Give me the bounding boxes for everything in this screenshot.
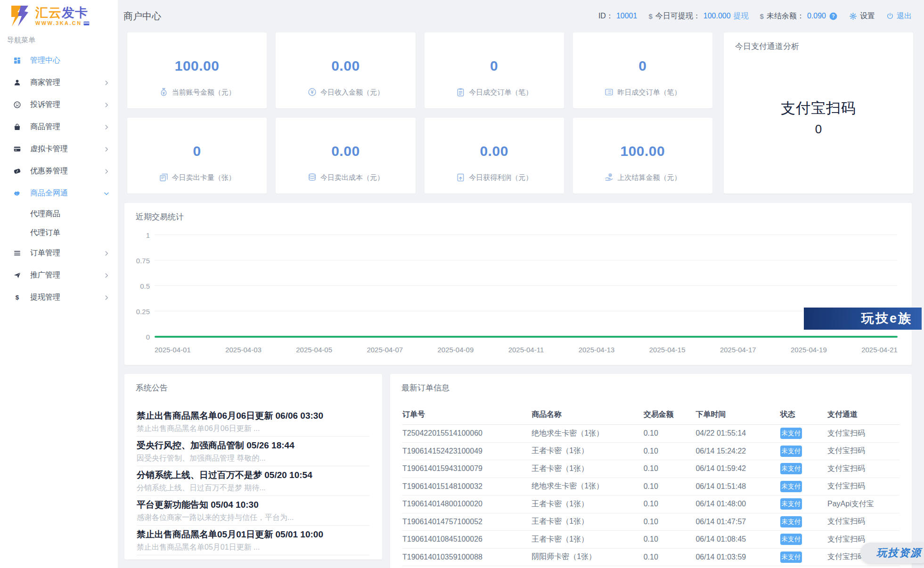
y-axis-label: 1 xyxy=(127,231,150,239)
stat-value: 0 xyxy=(573,59,712,73)
sidebar-item-2[interactable]: 投诉管理 xyxy=(0,94,118,116)
announcement-item-0[interactable]: 禁止出售商品黑名单06月06日更新 06/06 03:30禁止出售商品黑名单06… xyxy=(137,410,370,437)
announcement-excerpt: 感谢各位商家一路以来的支持与信任，平台为... xyxy=(137,512,370,523)
announcement-excerpt: 禁止出售商品黑名单06月06日更新 ... xyxy=(137,423,370,434)
header-right: ID：10001 $ 今日可提现： 100.000 提现 $ 未结余额： 0.0… xyxy=(598,11,912,21)
card-glyph-icon xyxy=(83,21,90,26)
logout-button[interactable]: 退出 xyxy=(886,11,912,21)
chevron-right-icon xyxy=(103,124,110,130)
announcement-item-3[interactable]: 平台更新功能告知 05/04 10:30感谢各位商家一路以来的支持与信任，平台为… xyxy=(137,499,370,526)
top-header: 商户中心 ID：10001 $ 今日可提现： 100.000 提现 $ 未结余额… xyxy=(118,0,924,32)
sidebar-item-label: 商品管理 xyxy=(30,122,60,132)
coupon-icon xyxy=(13,167,21,175)
sidebar-item-label: 商品全网通 xyxy=(30,188,68,198)
sidebar-item-0[interactable]: 管理中心 xyxy=(0,49,118,72)
stat-label: 上次结算金额（元） xyxy=(573,172,712,182)
table-row: T190614015943100079王者卡密（1张）0.1006/14 01:… xyxy=(402,460,899,478)
table-row: T190614010359100088阴阳师卡密（1张）0.1006/14 01… xyxy=(402,549,899,567)
sidebar-item-1[interactable]: 商家管理 xyxy=(0,72,118,94)
sidebar-submenu: 代理商品代理订单 xyxy=(0,204,118,242)
settings-button[interactable]: 设置 xyxy=(849,11,875,21)
sidebar-item-7[interactable]: 订单管理 xyxy=(0,242,118,264)
panel-title: 近期交易统计 xyxy=(124,203,912,222)
cell-amount: 0.10 xyxy=(644,429,696,438)
chevron-right-icon xyxy=(103,102,110,108)
cell-product: 王者卡密（1张） xyxy=(532,446,643,456)
announcement-item-1[interactable]: 受央行风控、加强商品管制 05/26 18:44因受央行管制、加强商品管理 尊敬… xyxy=(137,439,370,466)
announcement-item-4[interactable]: 禁止出售商品黑名单05月01日更新 05/01 10:00禁止出售商品黑名单05… xyxy=(137,528,370,555)
y-axis-label: 0 xyxy=(127,333,150,341)
stat-label: 今日卖出卡量（张） xyxy=(127,172,267,182)
withdraw-icon: $ xyxy=(13,293,21,301)
cell-order-no: T190614010845100026 xyxy=(402,535,532,544)
cell-time: 06/14 15:24:22 xyxy=(695,447,780,455)
sidebar-item-label: 商家管理 xyxy=(30,78,60,88)
cell-status: 未支付 xyxy=(780,552,827,563)
dollar-icon: $ xyxy=(760,12,764,20)
channel-chart: 支付宝扫码 0 xyxy=(724,98,913,137)
cell-status: 未支付 xyxy=(780,534,827,545)
gridline xyxy=(155,311,898,311)
money-bag-icon xyxy=(159,87,169,97)
cell-product: 王者卡密（1张） xyxy=(532,535,643,544)
brand-website: WWW.3KA.CN xyxy=(35,20,90,26)
gridline xyxy=(155,260,898,260)
sidebar-item-5[interactable]: 优惠券管理 xyxy=(0,160,118,182)
y-axis-label: 0.25 xyxy=(127,308,150,316)
settlement-icon xyxy=(604,172,614,182)
sidebar-subitem[interactable]: 代理订单 xyxy=(0,223,118,242)
withdrawable-label: 今日可提现： xyxy=(655,11,701,21)
svg-text:$: $ xyxy=(16,294,19,301)
chart-plot-area: 00.250.50.751 xyxy=(155,235,898,337)
stat-card-0: 100.00当前账号金额（元） xyxy=(127,32,267,108)
stat-label: 当前账号金额（元） xyxy=(127,87,267,97)
cards-sold-icon xyxy=(159,172,169,182)
sidebar-item-4[interactable]: 虚拟卡管理 xyxy=(0,138,118,160)
cell-status: 未支付 xyxy=(780,463,827,474)
chevron-right-icon xyxy=(103,294,110,301)
svg-text:?: ? xyxy=(832,14,834,19)
x-axis-label: 2025-04-01 xyxy=(155,346,191,354)
table-row-partial: 未支付 xyxy=(402,566,899,568)
brand-logo[interactable]: 汇云发卡 WWW.3KA.CN xyxy=(0,0,118,32)
withdraw-link[interactable]: 提现 xyxy=(734,11,749,21)
stat-card-1: 0.00今日收入金额（元） xyxy=(276,32,415,108)
logout-label: 退出 xyxy=(897,11,912,21)
cell-channel: 支付宝扫码 xyxy=(827,446,899,456)
merchant-icon xyxy=(13,79,21,87)
announcement-title: 平台更新功能告知 05/04 10:30 xyxy=(137,499,370,511)
cell-channel: 支付宝扫码 xyxy=(827,429,899,438)
sidebar-item-3[interactable]: 商品管理 xyxy=(0,116,118,138)
settings-label: 设置 xyxy=(860,11,875,21)
question-icon[interactable]: ? xyxy=(829,12,838,21)
cell-amount: 0.10 xyxy=(644,535,696,544)
sidebar-subitem[interactable]: 代理商品 xyxy=(0,204,118,223)
brand-logo-icon xyxy=(8,4,31,28)
x-axis-label: 2025-04-07 xyxy=(367,346,403,354)
stat-label: 昨日成交订单（笔） xyxy=(573,87,712,97)
power-icon xyxy=(886,12,894,20)
network-icon xyxy=(13,189,21,197)
cell-status: 未支付 xyxy=(780,516,827,527)
sidebar-item-9[interactable]: $提现管理 xyxy=(0,286,118,308)
sidebar-item-8[interactable]: 推广管理 xyxy=(0,264,118,286)
announcement-item-2[interactable]: 分销系统上线、日过百万不是梦 05/20 10:54分销系统上线、日过百万不是梦… xyxy=(137,469,370,496)
cell-order-no: T190614152423100049 xyxy=(402,447,532,455)
announcement-title: 分销系统上线、日过百万不是梦 05/20 10:54 xyxy=(137,469,370,481)
table-row: T190614152423100049王者卡密（1张）0.1006/14 15:… xyxy=(402,443,899,461)
column-header: 下单时间 xyxy=(695,410,780,420)
stat-value: 0.00 xyxy=(276,144,415,158)
cell-status: 未支付 xyxy=(780,446,827,457)
panel-title: 系统公告 xyxy=(124,374,382,393)
cell-channel: PayApi支付宝 xyxy=(827,499,899,509)
stat-label-text: 今日成交订单（笔） xyxy=(469,87,532,97)
sidebar-item-6[interactable]: 商品全网通 xyxy=(0,182,118,204)
cell-time: 06/14 01:47:57 xyxy=(695,518,780,526)
announcement-excerpt: 因受央行管制、加强商品管理 尊敬的... xyxy=(137,453,370,463)
chevron-right-icon xyxy=(103,250,110,257)
nav-section-label: 导航菜单 xyxy=(7,36,118,45)
cell-amount: 0.10 xyxy=(644,518,696,526)
stat-value: 0.00 xyxy=(425,144,564,158)
stat-label-text: 今日卖出卡量（张） xyxy=(172,172,236,182)
cost-icon xyxy=(307,172,317,182)
